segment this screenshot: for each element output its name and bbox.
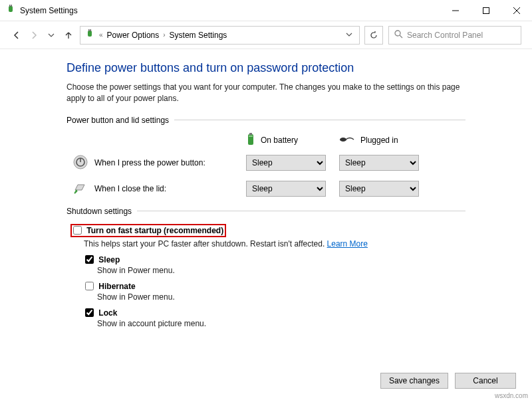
footer: Save changes Cancel [380, 373, 516, 389]
svg-rect-4 [483, 7, 489, 13]
power-button-label: When I press the power button: [94, 158, 205, 167]
nav-recent-dropdown[interactable] [45, 29, 57, 41]
plugged-in-label: Plugged in [360, 136, 398, 145]
save-changes-button[interactable]: Save changes [380, 373, 448, 389]
breadcrumb-icon [84, 29, 95, 41]
cancel-button[interactable]: Cancel [455, 373, 516, 389]
svg-point-10 [395, 31, 400, 36]
lid-plugged-select[interactable]: Sleep [339, 181, 419, 197]
address-bar[interactable]: « Power Options › System Settings [80, 26, 360, 45]
svg-line-11 [400, 35, 402, 38]
lock-desc: Show in account picture menu. [97, 319, 466, 328]
page-heading: Define power buttons and turn on passwor… [66, 61, 466, 75]
power-button-row: When I press the power button: Sleep Sle… [66, 155, 466, 171]
on-battery-label: On battery [261, 136, 298, 145]
lid-label: When I close the lid: [94, 184, 166, 193]
app-icon [5, 4, 16, 17]
page-description: Choose the power settings that you want … [66, 82, 466, 105]
hibernate-desc: Show in Power menu. [97, 292, 466, 302]
refresh-button[interactable] [364, 26, 383, 45]
svg-rect-8 [88, 29, 90, 31]
lid-battery-select[interactable]: Sleep [246, 181, 326, 197]
sleep-row[interactable]: Sleep [85, 255, 120, 264]
search-icon [394, 30, 403, 41]
svg-rect-7 [88, 31, 92, 37]
shutdown-settings: Turn on fast startup (recommended) This … [66, 224, 466, 328]
sleep-desc: Show in Power menu. [97, 266, 466, 275]
nav-forward-button[interactable] [28, 29, 40, 41]
learn-more-link[interactable]: Learn More [327, 239, 368, 249]
svg-rect-13 [249, 133, 252, 135]
hibernate-checkbox[interactable] [85, 282, 94, 290]
breadcrumb-sep-icon: « [99, 31, 103, 39]
chevron-right-icon: › [163, 31, 165, 39]
fast-startup-label: Turn on fast startup (recommended) [86, 226, 223, 235]
svg-rect-0 [9, 6, 13, 12]
nav-up-button[interactable] [63, 29, 74, 41]
lid-row: When I close the lid: Sleep Sleep [66, 181, 466, 197]
shutdown-legend-text: Shutdown settings [66, 207, 132, 216]
breadcrumb-level1[interactable]: Power Options [107, 31, 160, 40]
nav-back-button[interactable] [11, 29, 23, 41]
power-button-section-legend: Power button and lid settings [66, 116, 466, 125]
lid-icon [73, 181, 88, 197]
svg-rect-14 [249, 136, 253, 137]
fast-startup-row[interactable]: Turn on fast startup (recommended) [73, 226, 223, 235]
hibernate-label: Hibernate [98, 282, 135, 291]
lock-label: Lock [98, 308, 117, 318]
plug-icon [339, 135, 355, 146]
fast-startup-desc: This helps start your PC faster after sh… [84, 239, 466, 249]
fast-startup-checkbox[interactable] [73, 226, 82, 235]
column-headers: On battery Plugged in [66, 133, 466, 148]
power-button-battery-select[interactable]: Sleep [246, 155, 326, 171]
fast-startup-highlight: Turn on fast startup (recommended) [70, 224, 226, 237]
search-placeholder: Search Control Panel [407, 31, 483, 40]
svg-rect-9 [90, 29, 92, 31]
content-area: Define power buttons and turn on passwor… [0, 49, 532, 328]
power-button-icon [73, 155, 88, 171]
power-button-plugged-select[interactable]: Sleep [339, 155, 419, 171]
breadcrumb-level2[interactable]: System Settings [170, 31, 227, 40]
sleep-label: Sleep [98, 255, 120, 264]
power-button-legend-text: Power button and lid settings [66, 116, 169, 125]
titlebar: System Settings [0, 0, 532, 21]
minimize-button[interactable] [440, 0, 471, 21]
lock-checkbox[interactable] [85, 308, 94, 317]
address-dropdown-icon[interactable] [343, 31, 355, 39]
watermark: wsxdn.com [495, 392, 528, 399]
svg-rect-2 [11, 5, 13, 7]
search-input[interactable]: Search Control Panel [388, 26, 521, 45]
shutdown-section-legend: Shutdown settings [66, 207, 466, 216]
hibernate-row[interactable]: Hibernate [85, 282, 136, 291]
lock-row[interactable]: Lock [85, 308, 117, 318]
maximize-button[interactable] [471, 0, 501, 21]
sleep-checkbox[interactable] [85, 255, 94, 264]
svg-rect-1 [9, 5, 11, 7]
close-button[interactable] [501, 0, 532, 21]
battery-icon [246, 133, 255, 148]
window-title: System Settings [20, 6, 78, 15]
svg-point-15 [340, 138, 346, 142]
nav-row: « Power Options › System Settings Search… [0, 21, 532, 49]
